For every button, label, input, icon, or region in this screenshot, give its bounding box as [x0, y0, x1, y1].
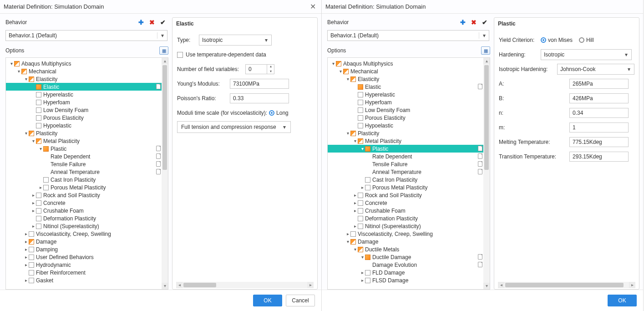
note-icon [156, 146, 161, 151]
tree-row[interactable]: ▸Cast Iron Plasticity [328, 176, 483, 184]
cancel-button[interactable]: Cancel [286, 295, 315, 306]
confirm-icon[interactable]: ✔ [159, 19, 167, 26]
tree-row[interactable]: ▸Deformation Plasticity [328, 214, 483, 222]
tree-row[interactable]: ▸Low Density Foam [328, 106, 483, 114]
tree-row[interactable]: ▸User Defined Behaviors [6, 253, 162, 261]
ok-button[interactable]: OK [253, 295, 282, 306]
tree-row[interactable]: ▸Damage [6, 238, 162, 245]
close-icon[interactable]: ✕ [308, 2, 318, 11]
tree-row[interactable]: ▸Rock and Soil Plasticity [6, 191, 162, 199]
moduli-radio[interactable] [269, 110, 274, 116]
tree-row[interactable]: ▸Hyperelastic [6, 91, 162, 98]
tree-row[interactable]: ▸Hypoelastic [6, 122, 162, 129]
table-view-icon[interactable]: ▦ [159, 46, 168, 55]
tree-row-root[interactable]: ▾Abaqus Multiphysics [328, 60, 483, 67]
delete-icon[interactable]: ✖ [148, 19, 156, 26]
tree-row-plastic[interactable]: ▾Plastic [6, 145, 162, 153]
tree-row[interactable]: ▸Cast Iron Plasticity [6, 176, 162, 184]
confirm-icon[interactable]: ✔ [481, 19, 488, 26]
tree-row[interactable]: ▸Deformation Plasticity [6, 214, 162, 222]
tree-row[interactable]: ▸Viscoelasticity, Creep, Swelling [6, 230, 162, 238]
fulltension-select[interactable]: Full tension and compression response [177, 121, 291, 133]
tree-row[interactable]: ▸Tensile Failure [328, 160, 483, 168]
B-input[interactable]: 426MPa [569, 93, 629, 103]
note-icon [478, 153, 482, 159]
tree-row-damage[interactable]: ▾Damage [328, 238, 483, 245]
add-icon[interactable]: ✚ [137, 19, 145, 26]
tree-row-ductmet[interactable]: ▾Ductile Metals [328, 245, 483, 253]
tree-row[interactable]: ▸Crushable Foam [6, 207, 162, 214]
type-select[interactable]: Isotropic [199, 35, 272, 46]
tree-row[interactable]: ▸Rock and Soil Plasticity [328, 191, 483, 199]
tree-row[interactable]: ▸Porous Metal Plasticity [328, 184, 483, 191]
nfield-spinner[interactable]: 0▴▾ [245, 64, 274, 74]
tree-row-metalplast[interactable]: ▾Metal Plasticity [6, 137, 162, 145]
behavior-value: Behavior.1 (Default) [328, 32, 479, 39]
note-icon [478, 254, 482, 260]
tree-row[interactable]: ▸Porous Elasticity [328, 114, 483, 122]
panel-h-scrollbar[interactable]: ◂▸ [498, 282, 635, 288]
tree-row[interactable]: ▸Nitinol (Superelasticity) [328, 222, 483, 230]
add-icon[interactable]: ✚ [459, 19, 467, 26]
tree-row[interactable]: ▸Rate Dependent [328, 153, 483, 160]
tree-row-plasticity[interactable]: ▾Plasticity [6, 129, 162, 137]
tree-row-elasticity[interactable]: ▾Elasticity [6, 75, 162, 83]
ok-button[interactable]: OK [608, 295, 637, 306]
yield-hill-radio[interactable] [579, 37, 584, 43]
tree-row[interactable]: ▸Hyperelastic [328, 91, 483, 98]
tree-row[interactable]: ▸Rate Dependent [6, 153, 162, 160]
isohard-select[interactable]: Johnson-Cook [557, 64, 634, 75]
tree-row[interactable]: ▸Damage Evolution [328, 261, 483, 269]
tree-row[interactable]: ▸Concrete [328, 199, 483, 207]
tree-row[interactable]: ▸Nitinol (Superelasticity) [6, 222, 162, 230]
tree-scrollbar[interactable]: ▴▾ [162, 58, 168, 289]
tree-row[interactable]: ▸Fiber Reinforcement [6, 269, 162, 276]
tree-row-metalplast[interactable]: ▾Metal Plasticity [328, 137, 483, 145]
tree-row[interactable]: ▸Viscoelasticity, Creep, Swelling [328, 230, 483, 238]
delete-icon[interactable]: ✖ [470, 19, 477, 26]
poisson-input[interactable]: 0.33 [230, 93, 289, 103]
behavior-select[interactable]: Behavior.1 (Default) ▾ [5, 30, 167, 41]
table-view-icon[interactable]: ▦ [481, 46, 490, 55]
temp-dep-checkbox[interactable] [177, 52, 183, 58]
yield-vonmises-radio[interactable] [541, 37, 546, 43]
tree-row[interactable]: ▸Damping [6, 245, 162, 253]
tree-row[interactable]: ▸Hyperfoam [6, 98, 162, 106]
tree-row[interactable]: ▸Hyperfoam [328, 98, 483, 106]
behavior-select[interactable]: Behavior.1 (Default) ▾ [327, 30, 489, 41]
tree-row[interactable]: ▸Concrete [6, 199, 162, 207]
tree-row-ductdmg[interactable]: ▾Ductile Damage [328, 253, 483, 261]
panel-h-scrollbar[interactable]: ◂▸ [176, 282, 314, 288]
isohard-label: Isotropic Hardening: [499, 66, 557, 72]
tree-row-plasticity[interactable]: ▾Plasticity [328, 129, 483, 137]
tree-row-mechanical[interactable]: ▾Mechanical [6, 67, 162, 75]
n-input[interactable]: 0.34 [569, 108, 629, 118]
tree-row[interactable]: ▸Porous Metal Plasticity [6, 184, 162, 191]
hardening-select[interactable]: Isotropic [541, 49, 632, 60]
tree-row-plastic[interactable]: ▾Plastic [328, 145, 483, 153]
tree-row-root[interactable]: ▾Abaqus Multiphysics [6, 60, 162, 67]
trans-label: Transition Temperature: [499, 153, 569, 160]
tree-scrollbar[interactable]: ▴▾ [483, 58, 490, 289]
tree-row-elastic[interactable]: ▸Elastic [328, 83, 483, 91]
tree-row[interactable]: ▸Tensile Failure [6, 160, 162, 168]
m-input[interactable]: 1 [569, 122, 629, 133]
tree-row[interactable]: ▸Porous Elasticity [6, 114, 162, 122]
tree-row[interactable]: ▸Gasket [6, 276, 162, 284]
tree-row[interactable]: ▸FLSD Damage [328, 276, 483, 284]
note-icon [478, 84, 482, 89]
trans-input[interactable]: 293.15Kdeg [569, 152, 629, 162]
tree-row[interactable]: ▸Crushable Foam [328, 207, 483, 214]
tree-row[interactable]: ▸Hydrodynamic [6, 261, 162, 269]
A-input[interactable]: 265MPa [569, 79, 629, 89]
tree-row[interactable]: ▸Low Density Foam [6, 106, 162, 114]
tree-row-mechanical[interactable]: ▾Mechanical [328, 67, 483, 75]
tree-row-elasticity[interactable]: ▾Elasticity [328, 75, 483, 83]
young-input[interactable]: 73100MPa [230, 79, 289, 89]
tree-row[interactable]: ▸Hypoelastic [328, 122, 483, 129]
tree-row[interactable]: ▸Anneal Temperature [6, 168, 162, 176]
tree-row[interactable]: ▸Anneal Temperature [328, 168, 483, 176]
melt-input[interactable]: 775.15Kdeg [569, 137, 629, 147]
tree-row-elastic[interactable]: ▾Elastic [6, 83, 162, 91]
tree-row[interactable]: ▸FLD Damage [328, 269, 483, 276]
